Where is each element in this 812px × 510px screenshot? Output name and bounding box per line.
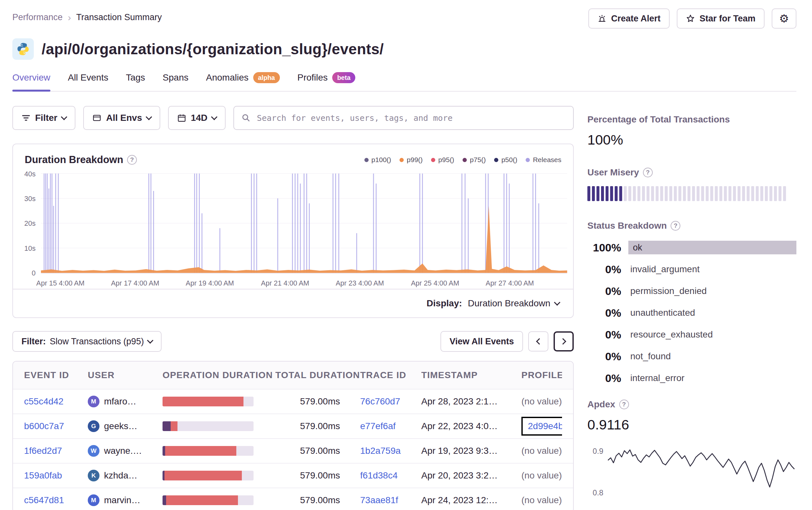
- status-row-not_found: 0%not_found: [587, 350, 796, 363]
- filter-button[interactable]: Filter: [12, 106, 76, 130]
- misery-bar: [660, 186, 663, 201]
- table-row: c55c4d42Mmfaro…579.00ms76c760d7Apr 28, 2…: [13, 389, 573, 414]
- misery-bar: [765, 186, 768, 201]
- trace-id-link[interactable]: 1b2a759a: [360, 446, 401, 456]
- status-label: unauthenticated: [630, 308, 695, 318]
- misery-bar: [774, 186, 777, 201]
- create-alert-button[interactable]: Create Alert: [588, 8, 670, 29]
- misery-bar: [601, 186, 604, 201]
- timestamp-cell: Apr 20, 2023 3:2…: [421, 470, 521, 481]
- search-input[interactable]: [256, 113, 566, 123]
- status-list: 100%ok0%invalid_argument0%permission_den…: [587, 241, 796, 385]
- status-percent: 100%: [587, 241, 621, 254]
- event-id-cell: c55c4d42: [24, 396, 88, 407]
- breadcrumb-performance-link[interactable]: Performance: [12, 12, 63, 22]
- chevron-down-icon: [554, 299, 560, 306]
- legend-item-p100[interactable]: p100(): [365, 156, 392, 164]
- svg-text:0: 0: [32, 269, 36, 277]
- date-range-selector[interactable]: 14D: [168, 106, 226, 130]
- trace-id-link[interactable]: 76c760d7: [360, 396, 400, 407]
- search-box: [233, 106, 574, 130]
- event-id-link[interactable]: 159a0fab: [24, 470, 62, 480]
- misery-bar: [674, 186, 677, 201]
- avatar: W: [88, 445, 99, 457]
- user-name: geeks…: [104, 421, 138, 431]
- legend-dot: [494, 158, 498, 162]
- svg-text:Apr 19 4:00 AM: Apr 19 4:00 AM: [185, 279, 234, 287]
- profile-no-value: (no value): [521, 495, 562, 505]
- trace-id-link[interactable]: e77ef6af: [360, 421, 396, 431]
- chevron-right-icon: [560, 338, 566, 344]
- tab-profiles[interactable]: Profilesbeta: [297, 72, 356, 91]
- trace-id-cell: 76c760d7: [360, 396, 421, 407]
- settings-button[interactable]: ⚙: [772, 8, 796, 29]
- user-cell: Mmarvin…: [88, 494, 163, 506]
- pager-next-button[interactable]: [554, 331, 574, 352]
- trace-id-link[interactable]: f61d38c4: [360, 470, 398, 480]
- display-value: Duration Breakdown: [468, 298, 550, 309]
- event-id-link[interactable]: b600c7a7: [24, 421, 64, 431]
- tabs-wrap: OverviewAll EventsTagsSpansAnomaliesalph…: [12, 72, 796, 92]
- misery-bar: [587, 186, 590, 201]
- legend-item-p50[interactable]: p50(): [494, 156, 517, 164]
- filter-row: Filter All Envs: [12, 106, 574, 130]
- star-for-team-button[interactable]: Star for Team: [677, 8, 764, 29]
- column-header-event-id: EVENT ID: [24, 370, 88, 380]
- alpha-badge: alpha: [253, 72, 280, 83]
- misery-bar: [642, 186, 645, 201]
- misery-bar: [710, 186, 713, 201]
- duration-segment: [177, 421, 254, 431]
- user-misery-help-icon[interactable]: ?: [643, 168, 653, 177]
- status-row-permission_denied: 0%permission_denied: [587, 284, 796, 298]
- tab-spans[interactable]: Spans: [163, 72, 188, 91]
- tab-tags[interactable]: Tags: [126, 72, 145, 91]
- total-duration-cell: 579.00ms: [275, 396, 360, 407]
- view-all-events-button[interactable]: View All Events: [440, 331, 523, 352]
- chevron-down-icon: [146, 114, 152, 120]
- duration-segment: [163, 421, 171, 431]
- apdex-help-icon[interactable]: ?: [619, 399, 629, 409]
- operation-duration-bar: [163, 496, 254, 505]
- status-breakdown-help-icon[interactable]: ?: [671, 221, 680, 231]
- legend-item-p95[interactable]: p95(): [431, 156, 454, 164]
- event-id-link[interactable]: 1f6ed2d7: [24, 446, 62, 456]
- event-id-link[interactable]: c5647d81: [24, 495, 64, 505]
- misery-bar: [669, 186, 672, 201]
- operation-duration-bar: [163, 446, 254, 456]
- status-percent: 0%: [587, 285, 621, 298]
- tab-label: Anomalies: [206, 72, 249, 83]
- trace-id-cell: 73aae81f: [360, 495, 421, 506]
- duration-breakdown-help-icon[interactable]: ?: [127, 155, 137, 165]
- status-breakdown-label: Status Breakdown: [587, 220, 667, 231]
- svg-text:Apr 25 4:00 AM: Apr 25 4:00 AM: [411, 279, 459, 287]
- tab-all-events[interactable]: All Events: [68, 72, 109, 91]
- svg-text:Apr 17 4:00 AM: Apr 17 4:00 AM: [111, 279, 159, 287]
- status-percent: 0%: [587, 328, 621, 341]
- profile-link[interactable]: 2d99e4b2: [528, 421, 562, 431]
- environment-selector[interactable]: All Envs: [83, 106, 160, 130]
- filter-lines-icon: [22, 113, 31, 122]
- chart-legend: p100()p99()p95()p75()p50()Releases: [365, 156, 561, 164]
- trace-id-link[interactable]: 73aae81f: [360, 495, 398, 505]
- tab-anomalies[interactable]: Anomaliesalpha: [206, 72, 280, 91]
- legend-item-p99[interactable]: p99(): [400, 156, 423, 164]
- legend-item-p75[interactable]: p75(): [463, 156, 486, 164]
- status-percent: 0%: [587, 350, 621, 363]
- chart-panel-header: Duration Breakdown ? p100()p99()p95()p75…: [13, 144, 573, 168]
- status-ok-bar: ok: [628, 241, 796, 254]
- svg-text:Apr 21 4:00 AM: Apr 21 4:00 AM: [261, 279, 309, 287]
- tab-label: All Events: [68, 72, 109, 83]
- display-selector[interactable]: Duration Breakdown: [466, 298, 561, 309]
- misery-bar: [619, 186, 622, 201]
- legend-dot: [400, 158, 404, 162]
- profile-no-value: (no value): [521, 446, 562, 456]
- user-name: kzhda…: [104, 470, 138, 481]
- tab-overview[interactable]: Overview: [12, 72, 50, 91]
- pager-previous-button[interactable]: [528, 331, 548, 352]
- chart-title: Duration Breakdown: [25, 154, 123, 166]
- event-id-link[interactable]: c55c4d42: [24, 396, 63, 407]
- legend-item-Releases[interactable]: Releases: [526, 156, 561, 164]
- transaction-filter-selector[interactable]: Filter: Slow Transactions (p95): [12, 331, 162, 352]
- legend-dot: [365, 158, 369, 162]
- duration-segment: [166, 496, 238, 505]
